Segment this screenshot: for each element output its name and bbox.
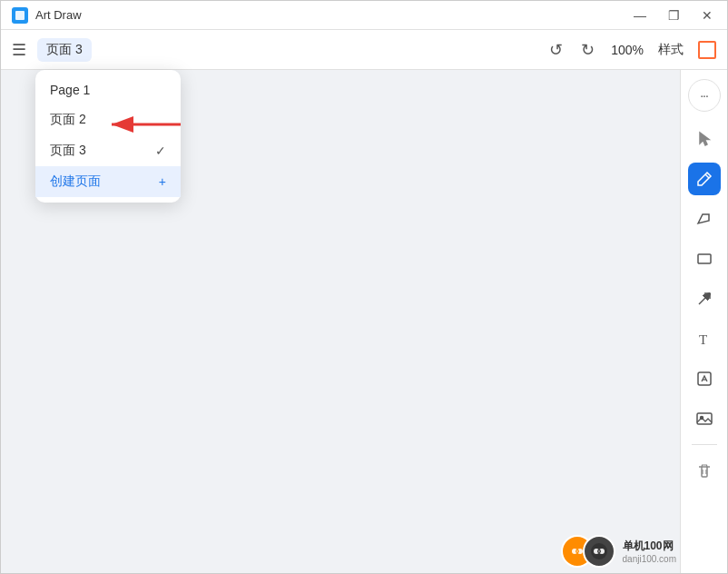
titlebar-controls: — ❐ ✕ [630, 7, 716, 24]
dropdown-item-label: 页面 2 [50, 112, 86, 128]
minimize-button[interactable]: — [630, 7, 650, 24]
check-icon: ✓ [155, 144, 166, 158]
undo-button[interactable]: ↺ [547, 38, 565, 62]
menu-button[interactable]: ☰ [12, 40, 26, 60]
page-tab-label: 页面 3 [46, 42, 83, 58]
more-icon: ··· [700, 88, 708, 103]
svg-rect-4 [698, 254, 711, 263]
image-tool-button[interactable] [688, 402, 721, 435]
svg-rect-0 [15, 11, 25, 20]
svg-point-23 [598, 550, 600, 552]
close-button[interactable]: ✕ [698, 7, 716, 24]
toolbar: ☰ 页面 3 ↺ ↻ 100% 样式 [1, 30, 727, 70]
svg-line-5 [699, 293, 710, 304]
watermark-url: danji100.com [623, 554, 676, 564]
svg-line-3 [705, 174, 709, 178]
rectangle-tool-button[interactable] [688, 242, 721, 275]
eraser-tool-button[interactable] [688, 203, 721, 235]
svg-rect-10 [697, 413, 712, 424]
delete-tool-button[interactable] [688, 454, 721, 487]
dropdown-item-page1[interactable]: Page 1 [35, 75, 181, 104]
sidebar-divider [692, 444, 717, 445]
redo-button[interactable]: ↻ [579, 38, 596, 62]
page-tab[interactable]: 页面 3 [37, 38, 92, 62]
style-color-icon [698, 41, 716, 59]
app-title: Art Draw [35, 8, 82, 22]
edit-tool-button[interactable] [688, 362, 721, 395]
svg-text:T: T [699, 332, 707, 347]
style-button[interactable]: 样式 [658, 42, 684, 58]
watermark: 单机100网 danji100.com [561, 535, 676, 568]
app-icon [12, 7, 28, 24]
titlebar: Art Draw — ❐ ✕ [1, 1, 727, 30]
svg-rect-8 [698, 372, 711, 385]
pointer-tool-button[interactable] [688, 123, 721, 155]
more-button[interactable]: ··· [688, 79, 721, 112]
maximize-button[interactable]: ❐ [664, 7, 684, 24]
watermark-site: 单机100网 [623, 539, 676, 554]
dropdown-item-label: 页面 3 [50, 143, 86, 159]
titlebar-left: Art Draw [12, 7, 82, 24]
svg-point-18 [576, 550, 578, 552]
canvas-area: Page 1 页面 2 页面 3 ✓ 创建页面 + ··· [1, 70, 727, 574]
dropdown-item-label: Page 1 [50, 83, 90, 97]
zoom-level: 100% [611, 43, 644, 57]
pen-tool-button[interactable] [688, 163, 721, 195]
text-tool-button[interactable]: T [688, 322, 721, 355]
dropdown-item-create-label: 创建页面 [50, 173, 101, 190]
red-arrow [101, 112, 182, 141]
plus-icon: + [159, 174, 166, 189]
watermark-icon2 [583, 535, 615, 568]
toolbar-right: ↺ ↻ 100% 样式 [547, 38, 716, 62]
toolbar-left: ☰ 页面 3 [12, 38, 92, 62]
right-sidebar: ··· [680, 70, 727, 574]
dropdown-item-create[interactable]: 创建页面 + [35, 166, 181, 197]
arrow-tool-button[interactable] [688, 282, 721, 315]
